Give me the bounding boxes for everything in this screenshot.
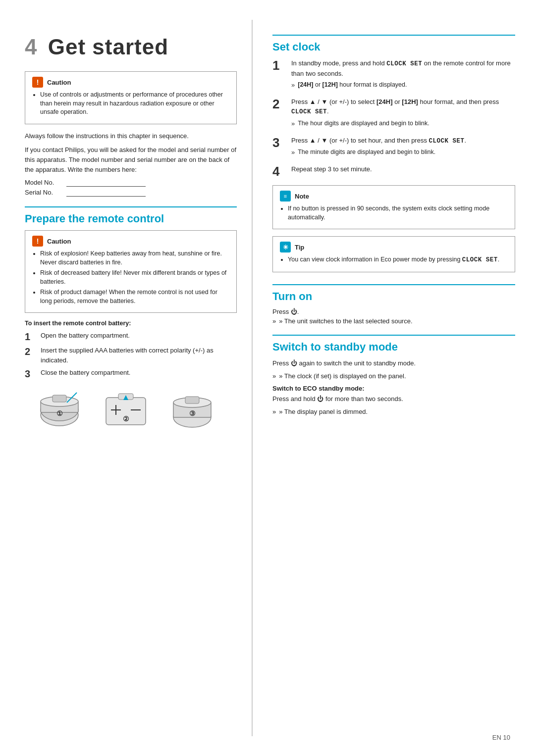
tip-icon: ✳ [280, 242, 291, 252]
eco-standby-heading: Switch to ECO standby mode: [272, 385, 515, 392]
battery-step-1: 1 Open the battery compartment. [25, 331, 237, 343]
turn-on-title: Turn on [272, 290, 515, 303]
note-box: ≡ Note If no button is pressed in 90 sec… [272, 185, 515, 229]
prepare-section: Prepare the remote control ! Caution Ris… [25, 206, 237, 432]
intro-para-2: If you contact Philips, you will be aske… [25, 145, 237, 175]
turn-on-press: Press ⏻. [272, 308, 515, 315]
caution-icon: ! [32, 77, 43, 88]
intro-para-1: Always follow the instructions in this c… [25, 131, 237, 141]
battery-image-1: ① [30, 388, 89, 432]
prepare-caution-item-1: Risk of explosion! Keep batteries away f… [40, 250, 229, 267]
svg-text:①: ① [56, 409, 63, 417]
clock-step-1: 1 In standby mode, press and hold CLOCK … [272, 58, 515, 90]
note-header: ≡ Note [280, 191, 508, 202]
tip-item-1: You can view clock information in Eco po… [288, 255, 508, 265]
prepare-caution-item-2: Risk of decreased battery life! Never mi… [40, 269, 229, 286]
turn-on-sub: » » The unit switches to the last select… [272, 317, 515, 325]
prepare-caution-item-3: Risk of product damage! When the remote … [40, 288, 229, 305]
standby-sub-item: » » The clock (if set) is displayed on t… [272, 372, 515, 380]
tip-list: You can view clock information in Eco po… [288, 255, 508, 265]
eco-standby-sub-item: » » The display panel is dimmed. [272, 408, 515, 415]
set-clock-steps: 1 In standby mode, press and hold CLOCK … [272, 58, 515, 178]
caution-header: ! Caution [32, 77, 229, 88]
battery-step-2: 2 Insert the supplied AAA batteries with… [25, 346, 237, 365]
clock-step-3: 3 Press ▲ / ▼ (or +/-) to set hour, and … [272, 136, 515, 157]
clock-step-2: 2 Press ▲ / ▼ (or +/-) to select [24H] o… [272, 97, 515, 129]
set-clock-title: Set clock [272, 41, 515, 53]
serial-no-line: Serial No. [25, 189, 237, 197]
prepare-caution-header: ! Caution [32, 236, 229, 247]
top-caution-box: ! Caution Use of controls or adjustments… [25, 71, 237, 124]
caution-item: Use of controls or adjustments or perfor… [40, 91, 229, 117]
battery-image-2: ② [96, 388, 156, 432]
standby-title: Switch to standby mode [272, 341, 515, 353]
prepare-caution-box: ! Caution Risk of explosion! Keep batter… [25, 230, 237, 313]
prepare-title: Prepare the remote control [25, 212, 237, 225]
svg-rect-4 [53, 395, 66, 402]
battery-image-3: ③ [162, 388, 222, 432]
standby-section: Switch to standby mode Press ⏻ again to … [272, 335, 515, 415]
tip-header: ✳ Tip [280, 242, 508, 252]
note-item-1: If no button is pressed in 90 seconds, t… [288, 204, 508, 222]
svg-rect-17 [185, 397, 199, 403]
model-no-line: Model No. [25, 179, 237, 187]
battery-illustrations: ① ② [30, 388, 237, 432]
note-list: If no button is pressed in 90 seconds, t… [288, 204, 508, 222]
chapter-title: 4 Get started [25, 35, 237, 59]
battery-sub-heading: To insert the remote control battery: [25, 320, 237, 327]
note-icon: ≡ [280, 191, 291, 202]
battery-step-3: 3 Close the battery compartment. [25, 368, 237, 380]
svg-text:②: ② [123, 415, 129, 423]
turn-on-section: Turn on Press ⏻. » » The unit switches t… [272, 284, 515, 325]
caution-list: Use of controls or adjustments or perfor… [40, 91, 229, 117]
battery-steps: 1 Open the battery compartment. 2 Insert… [25, 331, 237, 380]
clock-step-4: 4 Repeat step 3 to set minute. [272, 164, 515, 179]
tip-box: ✳ Tip You can view clock information in … [272, 236, 515, 272]
standby-text: Press ⏻ again to switch the unit to stan… [272, 358, 515, 368]
eco-standby-text: Press and hold ⏻ for more than two secon… [272, 394, 515, 404]
prepare-caution-icon: ! [32, 236, 43, 247]
prepare-caution-list: Risk of explosion! Keep batteries away f… [40, 250, 229, 305]
page-number: EN 10 [492, 734, 510, 741]
svg-text:③: ③ [189, 409, 196, 417]
